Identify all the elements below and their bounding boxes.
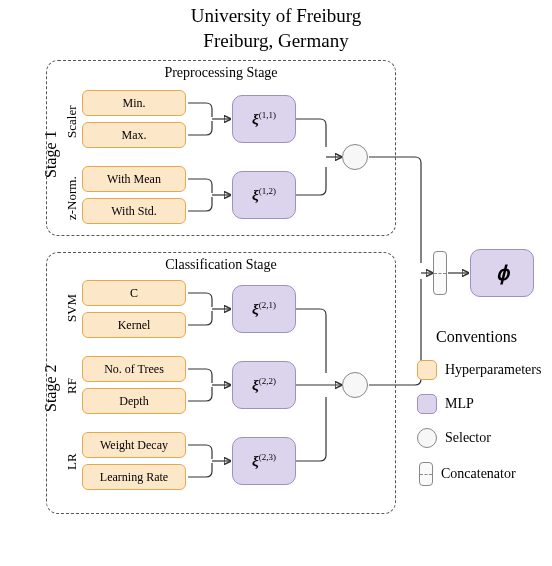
group-side-rf: RF bbox=[64, 378, 80, 394]
hparam-min: Min. bbox=[82, 90, 186, 116]
group-side-znorm: z-Norm. bbox=[64, 176, 80, 220]
legend-concat-label: Concatenator bbox=[441, 466, 516, 482]
hparam-max: Max. bbox=[82, 122, 186, 148]
hparam-withmean: With Mean bbox=[82, 166, 186, 192]
legend-mlp: MLP bbox=[417, 394, 474, 414]
legend-mlp-label: MLP bbox=[445, 396, 474, 412]
legend-selector-label: Selector bbox=[445, 430, 491, 446]
diagram-canvas: Stage 1 Stage 2 Preprocessing Stage Scal… bbox=[24, 60, 544, 560]
hparam-lr: Learning Rate bbox=[82, 464, 186, 490]
group-side-lr: LR bbox=[64, 453, 80, 470]
swatch-selector-icon bbox=[417, 428, 437, 448]
header-line1: University of Freiburg bbox=[0, 4, 552, 29]
concatenator bbox=[433, 251, 447, 295]
mlp-1-2: ξ(1,2) bbox=[232, 171, 296, 219]
header-block: University of Freiburg Freiburg, Germany bbox=[0, 0, 552, 53]
stage2-title: Classification Stage bbox=[47, 257, 395, 273]
hparam-wdecay: Weight Decay bbox=[82, 432, 186, 458]
legend-selector: Selector bbox=[417, 428, 491, 448]
conventions-title: Conventions bbox=[436, 328, 517, 346]
swatch-concat-icon bbox=[419, 462, 433, 486]
mlp-phi: ϕ bbox=[470, 249, 534, 297]
header-line2: Freiburg, Germany bbox=[0, 29, 552, 54]
hparam-ntrees: No. of Trees bbox=[82, 356, 186, 382]
legend-hparam: Hyperparameters bbox=[417, 360, 541, 380]
legend-concat: Concatenator bbox=[419, 462, 516, 486]
stage1-title: Preprocessing Stage bbox=[47, 65, 395, 81]
group-side-svm: SVM bbox=[64, 294, 80, 322]
selector-stage1 bbox=[342, 144, 368, 170]
hparam-kernel: Kernel bbox=[82, 312, 186, 338]
mlp-2-2: ξ(2,2) bbox=[232, 361, 296, 409]
hparam-withstd: With Std. bbox=[82, 198, 186, 224]
legend-hparam-label: Hyperparameters bbox=[445, 362, 541, 378]
mlp-2-3: ξ(2,3) bbox=[232, 437, 296, 485]
hparam-c: C bbox=[82, 280, 186, 306]
swatch-hparam-icon bbox=[417, 360, 437, 380]
group-side-scaler: Scaler bbox=[64, 106, 80, 138]
mlp-1-1: ξ(1,1) bbox=[232, 95, 296, 143]
swatch-mlp-icon bbox=[417, 394, 437, 414]
mlp-2-1: ξ(2,1) bbox=[232, 285, 296, 333]
selector-stage2 bbox=[342, 372, 368, 398]
hparam-depth: Depth bbox=[82, 388, 186, 414]
